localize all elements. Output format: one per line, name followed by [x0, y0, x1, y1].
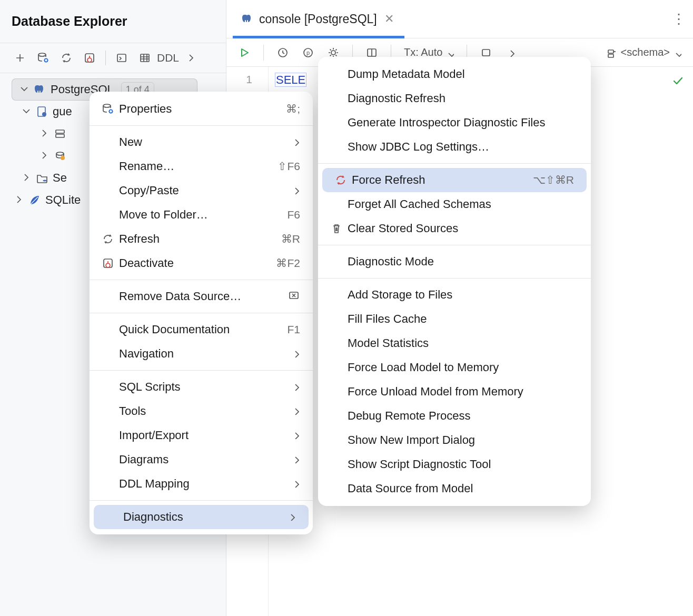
menu-item-label: Copy/Paste: [117, 184, 291, 197]
menu-item-label: Diagrams: [117, 453, 291, 466]
collation-icon: [54, 150, 66, 162]
datasource-properties-button[interactable]: [32, 47, 55, 68]
check-icon: [671, 74, 685, 88]
menu-item-shortcut: [288, 289, 300, 304]
menu-separator: [318, 163, 591, 164]
expand-toggle[interactable]: [17, 83, 29, 96]
menu-item-label: Show New Import Dialog: [345, 433, 578, 447]
delete-icon: [288, 289, 300, 302]
run-button[interactable]: [234, 42, 255, 63]
menu-item[interactable]: Data Source from Model: [318, 476, 591, 501]
menu-item[interactable]: New: [90, 130, 313, 154]
sqlite-icon: [28, 194, 41, 206]
refresh-button[interactable]: [55, 47, 78, 68]
menu-item-label: Force Unload Model from Memory: [345, 385, 578, 399]
menu-item[interactable]: Diagnostic Refresh: [318, 86, 591, 111]
submenu-indicator-icon: [291, 347, 300, 361]
refresh-icon: [60, 52, 73, 64]
menu-item-label: Show JDBC Log Settings…: [345, 140, 578, 154]
menu-item[interactable]: Rename…⇧F6: [90, 154, 313, 178]
menu-item-label: Clear Stored Sources: [345, 222, 578, 235]
expand-toggle[interactable]: [19, 105, 32, 118]
refresh-icon: [102, 233, 114, 245]
submenu-indicator-icon: [291, 429, 300, 442]
menu-item[interactable]: Diagnostic Mode: [318, 250, 591, 274]
console-button[interactable]: [110, 47, 133, 68]
tree-node-label: SQLite: [45, 193, 81, 207]
expand-toggle[interactable]: [37, 127, 49, 141]
submenu-indicator-icon: [291, 477, 300, 491]
menu-item[interactable]: Show Script Diagnostic Tool: [318, 452, 591, 476]
force-refresh-icon: [334, 174, 347, 186]
expand-toggle[interactable]: [12, 193, 24, 207]
history-button[interactable]: [272, 42, 293, 63]
submenu-indicator-icon: [286, 510, 296, 524]
menu-item-label: Diagnostics: [121, 510, 286, 524]
menu-item-label: DDL Mapping: [117, 477, 291, 491]
menu-item-label: Data Source from Model: [345, 482, 578, 495]
menu-item-label: Model Statistics: [345, 336, 578, 350]
expand-toggle[interactable]: [37, 149, 49, 163]
deactivate-icon: [102, 257, 114, 270]
menu-item-label: Show Script Diagnostic Tool: [345, 458, 578, 471]
db-gear-icon: [37, 52, 49, 64]
deactivate-button[interactable]: [78, 47, 101, 68]
toolbar-overflow-button[interactable]: [180, 47, 203, 68]
menu-item[interactable]: DDL Mapping: [90, 472, 313, 496]
menu-item-label: Force Refresh: [350, 173, 518, 187]
menu-item[interactable]: Deactivate⌘F2: [90, 251, 313, 275]
menu-item-icon-slot: [99, 257, 117, 270]
menu-item[interactable]: Properties⌘;: [90, 97, 313, 121]
schema-selector[interactable]: <schema>: [602, 46, 686, 58]
tab-close-button[interactable]: ✕: [382, 12, 396, 26]
menu-item[interactable]: Import/Export: [90, 423, 313, 448]
chevron-right-icon: [506, 47, 517, 58]
menu-item[interactable]: Dump Metadata Model: [318, 62, 591, 86]
menu-item-shortcut: ⌘F2: [276, 257, 300, 270]
submenu-indicator-icon: [291, 184, 300, 197]
menu-item[interactable]: Force Load Model to Memory: [318, 355, 591, 380]
menu-item[interactable]: Show JDBC Log Settings…: [318, 135, 591, 159]
code-token: SELE: [275, 73, 306, 87]
menu-item[interactable]: Force Unload Model from Memory: [318, 380, 591, 404]
ddl-button[interactable]: DDL: [156, 47, 180, 68]
menu-item[interactable]: Refresh⌘R: [90, 227, 313, 251]
menu-item[interactable]: Force Refresh⌥⇧⌘R: [322, 168, 587, 192]
expand-toggle[interactable]: [19, 171, 32, 185]
menu-item[interactable]: Navigation: [90, 342, 313, 366]
toolbar-separator: [105, 51, 106, 65]
menu-separator: [90, 280, 313, 280]
menu-item[interactable]: Model Statistics: [318, 331, 591, 355]
menu-item[interactable]: Clear Stored Sources: [318, 216, 591, 241]
menu-item[interactable]: Quick DocumentationF1: [90, 317, 313, 342]
menu-item-shortcut: F1: [287, 323, 300, 336]
menu-item[interactable]: Diagrams: [90, 448, 313, 472]
menu-item[interactable]: Show New Import Dialog: [318, 428, 591, 452]
menu-item[interactable]: Generate Introspector Diagnostic Files: [318, 111, 591, 135]
tabs-more-button[interactable]: ⋮: [672, 11, 687, 27]
chevron-right-icon: [185, 52, 197, 64]
menu-item-label: Remove Data Source…: [117, 290, 273, 303]
menu-item[interactable]: Debug Remote Process: [318, 404, 591, 428]
table-button[interactable]: [133, 47, 156, 68]
context-menu[interactable]: Properties⌘;NewRename…⇧F6Copy/PasteMove …: [90, 92, 313, 534]
menu-item[interactable]: Move to Folder…F6: [90, 203, 313, 227]
menu-separator: [318, 245, 591, 245]
menu-item[interactable]: Diagnostics: [94, 505, 309, 529]
diagnostics-submenu[interactable]: Dump Metadata ModelDiagnostic RefreshGen…: [318, 57, 591, 506]
playground-button[interactable]: [298, 42, 319, 63]
editor-tab[interactable]: console [PostgreSQL] ✕: [233, 0, 404, 38]
table-icon: [138, 52, 151, 64]
menu-item[interactable]: Tools: [90, 399, 313, 423]
menu-item[interactable]: Remove Data Source…: [90, 284, 313, 309]
menu-item-shortcut: ⇧F6: [278, 160, 300, 173]
add-button[interactable]: [8, 47, 32, 68]
menu-item[interactable]: Forget All Cached Schemas: [318, 192, 591, 216]
menu-item[interactable]: Fill Files Cache: [318, 307, 591, 331]
menu-item[interactable]: Add Storage to Files: [318, 283, 591, 307]
menu-item[interactable]: Copy/Paste: [90, 178, 313, 203]
menu-item[interactable]: SQL Scripts: [90, 375, 313, 399]
chevron-right-icon: [38, 127, 48, 137]
menu-item-label: Generate Introspector Diagnostic Files: [345, 116, 578, 130]
schema-icon: [54, 127, 66, 140]
